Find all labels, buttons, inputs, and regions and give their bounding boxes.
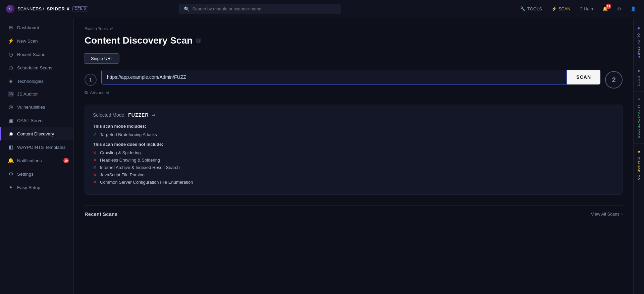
layout: ⊞ Dashboard ⚡ New Scan ◷ Recent Scans ◷ …: [0, 18, 644, 294]
sidebar-item-technologies[interactable]: ◈ Technologies: [0, 74, 73, 88]
changelog-icon: ★: [637, 149, 641, 154]
sidebar-item-settings[interactable]: ⚙ Settings: [0, 167, 73, 181]
brand-name: SPIDER X: [47, 6, 70, 11]
view-all-label: View All Scans: [591, 212, 620, 217]
page-title-row: Content Discovery Scan ⓪: [85, 35, 623, 46]
sidebar-item-label: Scheduled Scans: [17, 65, 52, 70]
sidebar-item-js-auditor[interactable]: JS JS Auditor: [0, 88, 73, 100]
includes-title: This scan mode includes:: [93, 124, 614, 129]
docs-icon: ●: [637, 68, 641, 73]
x-icon-0: ✕: [93, 150, 97, 155]
oast-icon: ▣: [8, 117, 14, 123]
sidebar-item-content-discovery[interactable]: ◉ Content Discovery: [0, 127, 73, 140]
technologies-icon: ◈: [8, 78, 14, 84]
feature-included-label-0: Targeted Bruteforcing Attacks: [100, 132, 157, 137]
sidebar-item-label: Dashboard: [17, 25, 39, 30]
scan-main-button[interactable]: SCAN: [567, 70, 600, 84]
step1-label: 1: [89, 77, 92, 82]
search-bar[interactable]: 🔍: [179, 4, 340, 14]
sidebar-item-label: OAST Server: [17, 118, 44, 123]
url-input[interactable]: [101, 70, 567, 84]
mode-switch-icon[interactable]: ⇌: [152, 113, 155, 118]
check-icon: ✓: [93, 132, 97, 137]
scan-button[interactable]: ⚡ SCAN: [549, 5, 573, 13]
page-title-help-icon[interactable]: ⓪: [196, 37, 201, 44]
main-content: Switch Tools ⇌ Content Discovery Scan ⓪ …: [74, 18, 633, 294]
ai-label: AI Co-Pentester: [637, 105, 641, 138]
step2-circle: 2: [605, 71, 623, 89]
notifications-badge: 19: [606, 4, 611, 9]
step1-circle: 1: [85, 74, 97, 86]
js-auditor-icon: JS: [8, 92, 14, 97]
sidebar-item-label: WAYPOINTS Templates: [17, 145, 66, 150]
sidebar-item-label: JS Auditor: [17, 92, 38, 97]
search-input[interactable]: [192, 4, 336, 14]
quick-start-icon: ◈: [637, 25, 641, 31]
url-input-row: SCAN: [101, 70, 600, 84]
rp-tab-docs[interactable]: ● Docs: [634, 64, 644, 92]
scan-lightning-icon: ⚡: [551, 6, 557, 11]
advanced-label: Advanced: [90, 90, 109, 95]
feature-excluded-4: ✕ Common Server Configuration File Enume…: [93, 180, 614, 185]
x-icon-2: ✕: [93, 165, 97, 170]
topnav-right: 🔧 TOOLS ⚡ SCAN ? Help 🔔 19 ⚙ 👤: [518, 5, 638, 13]
feature-excluded-2: ✕ Internet Archive & Indexed Result Sear…: [93, 165, 614, 170]
x-icon-1: ✕: [93, 158, 97, 163]
selected-mode-label: Selected Mode:: [93, 112, 125, 118]
view-all-scans-link[interactable]: View All Scans ›: [591, 212, 623, 217]
search-icon: 🔍: [184, 6, 190, 12]
sidebar-item-dashboard[interactable]: ⊞ Dashboard: [0, 21, 73, 34]
content-discovery-icon: ◉: [8, 131, 14, 137]
brand-prefix: SCANNERS /: [17, 6, 44, 11]
brand-logo: S: [6, 5, 15, 13]
help-button[interactable]: ? Help: [578, 5, 595, 13]
sidebar-notifications-badge: 19: [63, 158, 69, 163]
sidebar-item-vulnerabilities[interactable]: ◎ Vulnerabilities: [0, 100, 73, 114]
sidebar-item-new-scan[interactable]: ⚡ New Scan: [0, 34, 73, 48]
chevron-right-icon: ›: [621, 212, 623, 217]
rp-tab-ai-copentester[interactable]: ✦ AI Co-Pentester: [634, 92, 644, 143]
sidebar-item-recent-scans[interactable]: ◷ Recent Scans: [0, 48, 73, 61]
advanced-row[interactable]: ⧉ Advanced: [85, 90, 623, 95]
mode-value: FUZZER: [128, 112, 149, 118]
vulnerabilities-icon: ◎: [8, 104, 14, 110]
scheduled-scans-icon: ◷: [8, 65, 14, 71]
recent-scans-icon: ◷: [8, 51, 14, 57]
tab-single-url[interactable]: Single URL: [85, 53, 119, 64]
sidebar-item-easy-setup[interactable]: ✦ Easy Setup: [0, 181, 73, 194]
sidebar-item-waypoints[interactable]: ◧ WAYPOINTS Templates: [0, 140, 73, 154]
not-includes-title: This scan mode does not include:: [93, 142, 614, 147]
switch-tools[interactable]: Switch Tools ⇌: [85, 26, 623, 31]
sidebar-item-oast-server[interactable]: ▣ OAST Server: [0, 114, 73, 127]
step2-label: 2: [612, 76, 615, 84]
switch-tools-icon: ⇌: [110, 26, 113, 31]
sidebar-item-label: New Scan: [17, 39, 38, 44]
sidebar-item-label: Content Discovery: [17, 131, 54, 136]
recent-scans-bar: Recent Scans View All Scans ›: [85, 205, 623, 218]
easy-setup-icon: ✦: [8, 184, 14, 190]
tools-icon: 🔧: [520, 6, 526, 11]
rp-tab-changelog[interactable]: ★ Changelog: [634, 144, 644, 185]
changelog-label: Changelog: [637, 157, 641, 180]
feature-excluded-label-4: Common Server Configuration File Enumera…: [100, 180, 193, 185]
gear-icon: ⚙: [617, 6, 621, 11]
feature-excluded-0: ✕ Crawling & Spidering: [93, 150, 614, 155]
sidebar-item-notifications[interactable]: 🔔 Notifications 19: [0, 154, 73, 167]
tools-button[interactable]: 🔧 TOOLS: [518, 5, 544, 13]
sidebar-item-scheduled-scans[interactable]: ◷ Scheduled Scans: [0, 61, 73, 74]
notifications-button[interactable]: 🔔 19: [600, 5, 610, 13]
notifications-icon: 🔔: [8, 158, 14, 164]
rp-tab-quick-start[interactable]: ◈ Quick start: [634, 21, 644, 63]
user-avatar-button[interactable]: 👤: [629, 5, 638, 13]
sidebar-item-label: Easy Setup: [17, 185, 40, 190]
tab-bar: Single URL: [85, 53, 623, 64]
feature-excluded-label-3: JavaScript File Parsing: [100, 172, 145, 177]
feature-included-0: ✓ Targeted Bruteforcing Attacks: [93, 132, 614, 137]
quick-start-label: Quick start: [637, 33, 641, 58]
sidebar-item-label: Recent Scans: [17, 52, 45, 57]
scan-label: SCAN: [558, 6, 571, 11]
feature-excluded-1: ✕ Headless Crawling & Spidering: [93, 158, 614, 163]
new-scan-icon: ⚡: [8, 38, 14, 44]
settings-button[interactable]: ⚙: [615, 5, 623, 13]
gen-badge: GEN 2: [72, 6, 88, 11]
